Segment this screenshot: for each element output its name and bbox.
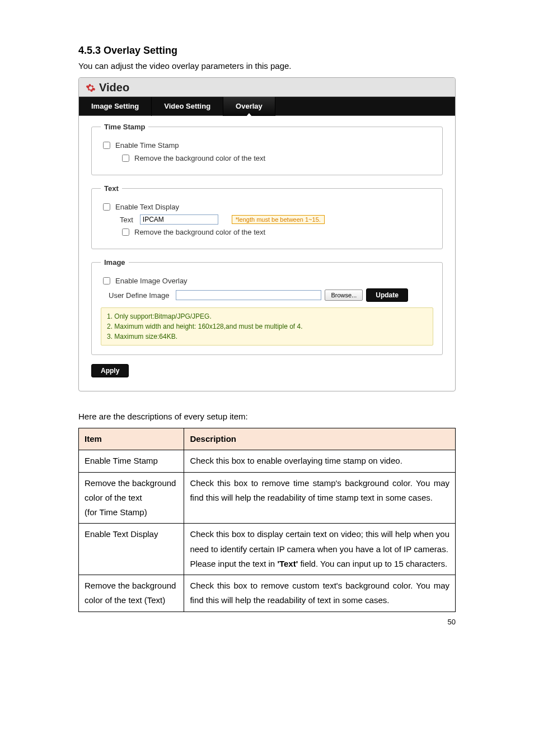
table-row: Remove the background color of the text(… (79, 472, 456, 524)
description-table: Item Description Enable Time Stamp Check… (78, 428, 456, 612)
browse-button[interactable]: Browse... (325, 290, 363, 301)
panel-title: Video (99, 81, 129, 94)
td-item: Remove the background color of the text(… (79, 472, 184, 524)
image-note-2: 2. Maximum width and height: 160x128,and… (107, 321, 427, 332)
legend-timestamp: Time Stamp (101, 123, 148, 131)
td-desc: Check this box to display certain text o… (184, 524, 456, 575)
tab-video-setting[interactable]: Video Setting (152, 97, 223, 116)
enable-image-overlay-label: Enable Image Overlay (115, 277, 188, 285)
enable-image-overlay-checkbox[interactable] (103, 277, 110, 284)
apply-button[interactable]: Apply (91, 364, 129, 377)
td-item: Remove the background color of the text … (79, 575, 184, 612)
table-row: Enable Time Stamp Check this box to enab… (79, 450, 456, 472)
intro-text: You can adjust the video overlay paramet… (78, 61, 456, 71)
legend-text: Text (101, 184, 122, 193)
text-remove-bg-checkbox[interactable] (122, 228, 129, 236)
timestamp-remove-bg-checkbox[interactable] (122, 155, 129, 162)
page-number: 50 (78, 618, 456, 626)
th-item: Item (79, 428, 184, 450)
text-remove-bg-label: Remove the background color of the text (134, 228, 265, 236)
fieldset-timestamp: Time Stamp Enable Time Stamp Remove the … (91, 123, 443, 175)
td-desc: Check this box to remove time stamp's ba… (184, 472, 456, 524)
enable-time-stamp-label: Enable Time Stamp (115, 141, 179, 150)
fieldset-image: Image Enable Image Overlay User Define I… (91, 258, 443, 355)
enable-text-display-checkbox[interactable] (103, 203, 110, 211)
video-panel: Video Image Setting Video Setting Overla… (78, 77, 456, 391)
td-desc: Check this box to remove custom text's b… (184, 575, 456, 612)
legend-image: Image (101, 258, 129, 267)
update-button[interactable]: Update (366, 288, 408, 302)
panel-header: Video (79, 78, 455, 97)
td-item: Enable Text Display (79, 524, 184, 575)
tab-bar: Image Setting Video Setting Overlay (79, 97, 455, 116)
user-define-image-label: User Define Image (109, 291, 169, 300)
enable-time-stamp-checkbox[interactable] (103, 142, 110, 149)
image-note-1: 1. Only support:Bitmap/JPG/JPEG. (107, 311, 427, 321)
table-row: Enable Text Display Check this box to di… (79, 524, 456, 575)
section-heading: 4.5.3 Overlay Setting (78, 45, 456, 57)
table-intro: Here are the descriptions of every setup… (78, 412, 456, 421)
th-description: Description (184, 428, 456, 450)
timestamp-remove-bg-label: Remove the background color of the text (134, 154, 265, 162)
image-note-3: 3. Maximum size:64KB. (107, 332, 427, 342)
fieldset-text: Text Enable Text Display Text *length mu… (91, 184, 443, 249)
image-notes: 1. Only support:Bitmap/JPG/JPEG. 2. Maxi… (101, 307, 433, 346)
table-row: Remove the background color of the text … (79, 575, 456, 612)
tab-overlay[interactable]: Overlay (223, 97, 275, 116)
user-define-image-path[interactable] (176, 290, 321, 300)
tab-image-setting[interactable]: Image Setting (79, 97, 152, 116)
td-desc: Check this box to enable overlaying time… (184, 450, 456, 472)
td-item: Enable Time Stamp (79, 450, 184, 472)
enable-text-display-label: Enable Text Display (115, 203, 179, 211)
gear-icon (86, 83, 96, 93)
overlay-text-input[interactable] (140, 214, 218, 225)
text-length-hint: *length must be between 1~15. (232, 215, 325, 224)
text-field-label: Text (120, 216, 133, 224)
